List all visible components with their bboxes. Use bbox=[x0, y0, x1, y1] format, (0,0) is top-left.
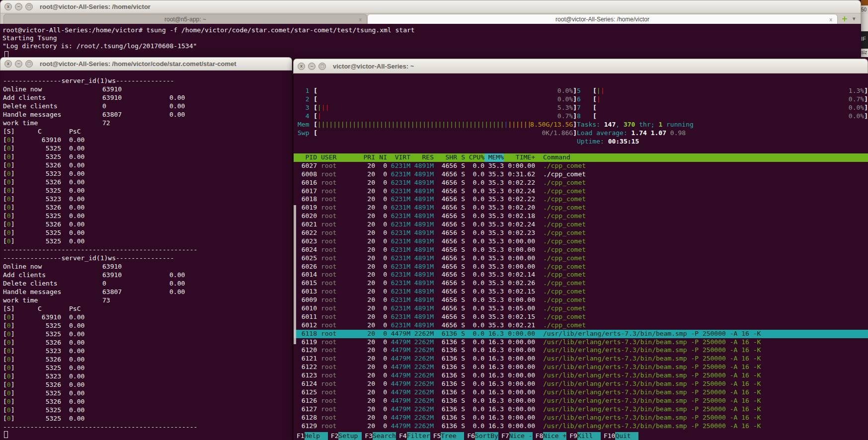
process-row[interactable]: 6009 root 20 0 6231M 4891M 4656 S 0.0 35… bbox=[294, 296, 868, 304]
terminal-output[interactable]: root@victor-All-Series:/home/victor# tsu… bbox=[0, 24, 861, 59]
close-icon[interactable]: x bbox=[298, 63, 305, 70]
function-key: F1 bbox=[294, 432, 305, 440]
process-row[interactable]: 6012 root 20 0 6231M 4891M 4656 S 0.0 35… bbox=[294, 321, 868, 330]
close-icon[interactable]: x bbox=[4, 3, 12, 10]
tab-n5-app[interactable]: root@n5-app: ~ x bbox=[3, 14, 367, 24]
column-shr[interactable]: SHR bbox=[434, 153, 457, 162]
scheduler-row: [0] 5326 0.00 bbox=[3, 338, 292, 347]
function-key-item[interactable]: F10 Quit bbox=[601, 432, 638, 440]
minimize-icon[interactable]: – bbox=[308, 63, 316, 70]
scheduler-row: [0] 5325 0.00 bbox=[3, 389, 292, 397]
process-row[interactable]: 6120 root 20 0 4479M 2262M 6136 S 0.0 16… bbox=[294, 346, 868, 355]
titlebar[interactable]: x – □ root@victor-All-Series: /home/vict… bbox=[0, 0, 861, 13]
maximize-icon[interactable]: □ bbox=[25, 3, 33, 10]
cpu-percent: 0.7% bbox=[849, 95, 864, 103]
terminal-output[interactable]: ---------------server_id(1)ws-----------… bbox=[0, 71, 292, 440]
process-row[interactable]: 6121 root 20 0 4479M 2262M 6136 S 0.0 16… bbox=[294, 355, 868, 363]
process-row[interactable]: 6023 root 20 0 6231M 4891M 4656 S 0.0 35… bbox=[294, 237, 868, 246]
tab-list-dropdown-icon[interactable]: ▼ bbox=[853, 16, 856, 21]
titlebar[interactable]: x – □ victor@victor-All-Series: ~ bbox=[293, 59, 868, 73]
process-row[interactable]: 6118 root 20 0 4479M 2262M 6136 S 0.0 16… bbox=[294, 330, 868, 338]
process-row[interactable]: 6128 root 20 0 4479M 2262M 6136 S 0.0 16… bbox=[294, 414, 868, 422]
process-row[interactable]: 6021 root 20 0 6231M 4891M 4656 S 0.0 35… bbox=[294, 220, 868, 229]
scrollbar[interactable] bbox=[294, 205, 296, 344]
function-key: F4 bbox=[396, 432, 407, 440]
process-row[interactable]: 6127 root 20 0 4479M 2262M 6136 S 0.0 16… bbox=[294, 405, 868, 414]
minimize-icon[interactable]: – bbox=[15, 3, 22, 10]
column-virt[interactable]: VIRT bbox=[387, 153, 410, 162]
stat-line: work time 73 bbox=[3, 296, 292, 304]
function-key-item[interactable]: F2 Setup bbox=[328, 432, 362, 440]
tab-label: root@victor-All-Series: /home/victor bbox=[555, 16, 649, 23]
process-row[interactable]: 6027 root 20 0 6231M 4891M 4656 S 0.0 35… bbox=[294, 162, 868, 170]
process-row[interactable]: 6024 root 20 0 6231M 4891M 4656 S 0.0 35… bbox=[294, 246, 868, 254]
window-title: victor@victor-All-Series: ~ bbox=[333, 63, 414, 70]
terminal-line: "Log directory is: /root/.tsung/log/2017… bbox=[0, 42, 861, 50]
titlebar[interactable]: x – □ root@victor-All-Series: /home/vict… bbox=[0, 57, 292, 71]
function-key-item[interactable]: F5 Tree bbox=[430, 432, 465, 440]
cpu-percent: 0.7% bbox=[557, 112, 573, 120]
column-mem-sorted[interactable]: MEM% bbox=[484, 153, 504, 162]
new-tab-icon[interactable]: + bbox=[842, 14, 848, 23]
column-cpu[interactable]: CPU% bbox=[465, 153, 484, 162]
process-row[interactable]: 6014 root 20 0 6231M 4891M 4656 S 0.0 35… bbox=[294, 271, 868, 279]
maximize-icon[interactable]: □ bbox=[25, 60, 33, 68]
function-key-item[interactable]: F1 Help bbox=[294, 432, 328, 440]
htop-output[interactable]: 1 [0.0%] 5 [||1.3%] 2 [0.0%] 6 [|0.7%] 3… bbox=[294, 73, 868, 440]
process-row[interactable]: 6122 root 20 0 4479M 2262M 6136 S 0.0 16… bbox=[294, 363, 868, 371]
scheduler-row: [0] 5326 0.00 bbox=[3, 220, 292, 228]
swap-meter-label: Swp bbox=[298, 129, 314, 137]
process-row[interactable]: 6129 root 20 0 4479M 2262M 6136 S 0.0 16… bbox=[294, 422, 868, 431]
terminal-window-tsung: x – □ root@victor-All-Series: /home/vict… bbox=[0, 0, 861, 59]
maximize-icon[interactable]: □ bbox=[318, 63, 326, 70]
column-pid[interactable]: PID bbox=[298, 153, 317, 162]
scheduler-row: [0] 5323 0.00 bbox=[3, 347, 292, 355]
tab-victor-home[interactable]: root@victor-All-Series: /home/victor x bbox=[367, 14, 838, 24]
column-ni[interactable]: NI bbox=[375, 153, 387, 162]
cpu-percent: 1.3% bbox=[849, 86, 864, 95]
function-key: F6 bbox=[464, 432, 475, 440]
process-row[interactable]: 6119 root 20 0 4479M 2262M 6136 S 0.0 16… bbox=[294, 338, 868, 347]
scheduler-row: [0] 5325 0.00 bbox=[3, 212, 292, 220]
process-row[interactable]: 6026 root 20 0 6231M 4891M 4656 S 0.0 35… bbox=[294, 263, 868, 271]
function-key-item[interactable]: F9 Kill bbox=[566, 432, 601, 440]
process-row[interactable]: 6025 root 20 0 6231M 4891M 4656 S 0.0 35… bbox=[294, 254, 868, 263]
process-table: PID USER PRI NI VIRT RES SHR S CPU% MEM%… bbox=[294, 153, 868, 430]
process-row[interactable]: 6125 root 20 0 4479M 2262M 6136 S 0.0 16… bbox=[294, 388, 868, 397]
tab-close-icon[interactable]: x bbox=[830, 16, 833, 22]
process-row[interactable]: 6018 root 20 0 6231M 4891M 4656 S 0.0 35… bbox=[294, 195, 868, 204]
column-res[interactable]: RES bbox=[410, 153, 434, 162]
cpu-percent: 0.0% bbox=[849, 103, 864, 112]
function-key-item[interactable]: F4 Filter bbox=[396, 432, 430, 440]
close-icon[interactable]: x bbox=[4, 60, 12, 68]
column-user[interactable]: USER bbox=[317, 153, 356, 162]
process-rows: 6027 root 20 0 6231M 4891M 4656 S 0.0 35… bbox=[294, 162, 868, 431]
function-key-item[interactable]: F8 Nice + bbox=[533, 432, 567, 440]
tab-close-icon[interactable]: x bbox=[359, 16, 362, 22]
process-row[interactable]: 6126 root 20 0 4479M 2262M 6136 S 0.0 16… bbox=[294, 397, 868, 405]
load-average: Load average: 1.74 1.07 0.98 bbox=[577, 129, 868, 137]
process-row[interactable]: 6017 root 20 0 6231M 4891M 4656 S 0.0 35… bbox=[294, 187, 868, 196]
process-row[interactable]: 6008 root 20 0 6231M 4891M 4656 S 0.0 35… bbox=[294, 170, 868, 179]
function-key-item[interactable]: F3 Search bbox=[362, 432, 396, 440]
process-row[interactable]: 6011 root 20 0 6231M 4891M 4656 S 0.0 35… bbox=[294, 313, 868, 321]
htop-function-key-bar: F1 Help F2 Setup F3 Search F4 bbox=[294, 432, 868, 440]
function-key-item[interactable]: F6 SortBy bbox=[464, 432, 498, 440]
process-row[interactable]: 6016 root 20 0 6231M 4891M 4656 S 0.0 35… bbox=[294, 179, 868, 187]
minimize-icon[interactable]: – bbox=[15, 60, 22, 68]
column-command[interactable]: Command bbox=[535, 153, 868, 162]
process-row[interactable]: 6124 root 20 0 4479M 2262M 6136 S 0.0 16… bbox=[294, 380, 868, 388]
process-row[interactable]: 6123 root 20 0 4479M 2262M 6136 S 0.0 16… bbox=[294, 371, 868, 380]
process-row[interactable]: 6013 root 20 0 6231M 4891M 4656 S 0.0 35… bbox=[294, 288, 868, 296]
process-row[interactable]: 6019 root 20 0 6231M 4891M 4656 S 0.0 35… bbox=[294, 204, 868, 212]
column-pri[interactable]: PRI bbox=[356, 153, 375, 162]
cpu-percent: 0.0% bbox=[557, 95, 573, 103]
column-state[interactable]: S bbox=[457, 153, 465, 162]
column-time[interactable]: TIME+ bbox=[504, 153, 535, 162]
process-table-header[interactable]: PID USER PRI NI VIRT RES SHR S CPU% MEM%… bbox=[294, 153, 868, 162]
process-row[interactable]: 6022 root 20 0 6231M 4891M 4656 S 0.0 35… bbox=[294, 229, 868, 237]
process-row[interactable]: 6010 root 20 0 6231M 4891M 4656 S 0.0 35… bbox=[294, 304, 868, 313]
process-row[interactable]: 6015 root 20 0 6231M 4891M 4656 S 0.0 35… bbox=[294, 279, 868, 288]
process-row[interactable]: 6020 root 20 0 6231M 4891M 4656 S 0.0 35… bbox=[294, 212, 868, 220]
function-key-item[interactable]: F7 Nice - bbox=[498, 432, 533, 440]
